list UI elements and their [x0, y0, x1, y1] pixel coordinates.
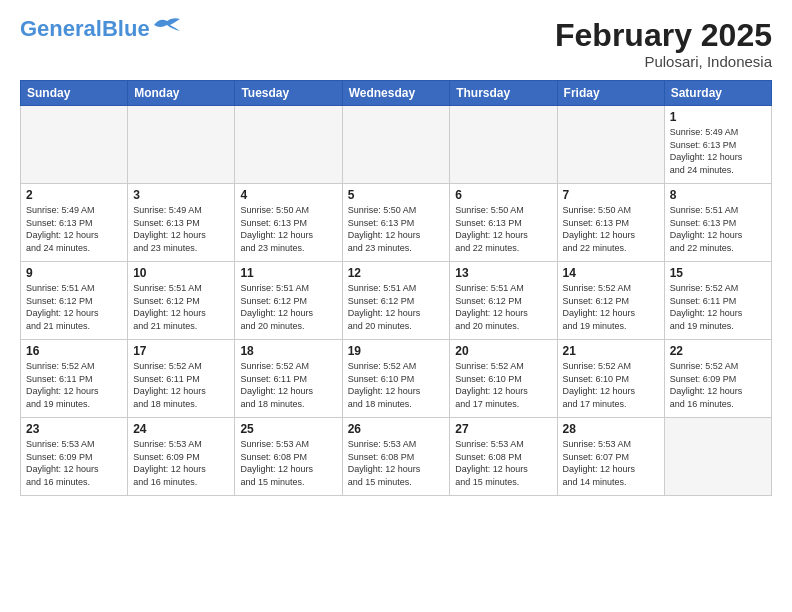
day-number: 1 — [670, 110, 766, 124]
table-row: 3Sunrise: 5:49 AM Sunset: 6:13 PM Daylig… — [128, 184, 235, 262]
day-number: 2 — [26, 188, 122, 202]
table-row: 28Sunrise: 5:53 AM Sunset: 6:07 PM Dayli… — [557, 418, 664, 496]
day-number: 9 — [26, 266, 122, 280]
title-block: February 2025 Pulosari, Indonesia — [555, 18, 772, 70]
table-row: 7Sunrise: 5:50 AM Sunset: 6:13 PM Daylig… — [557, 184, 664, 262]
calendar-week-row: 23Sunrise: 5:53 AM Sunset: 6:09 PM Dayli… — [21, 418, 772, 496]
table-row: 26Sunrise: 5:53 AM Sunset: 6:08 PM Dayli… — [342, 418, 450, 496]
table-row: 10Sunrise: 5:51 AM Sunset: 6:12 PM Dayli… — [128, 262, 235, 340]
table-row: 16Sunrise: 5:52 AM Sunset: 6:11 PM Dayli… — [21, 340, 128, 418]
logo-general: General — [20, 16, 102, 41]
table-row — [128, 106, 235, 184]
day-info: Sunrise: 5:53 AM Sunset: 6:08 PM Dayligh… — [348, 438, 445, 488]
day-info: Sunrise: 5:52 AM Sunset: 6:10 PM Dayligh… — [348, 360, 445, 410]
calendar-week-row: 9Sunrise: 5:51 AM Sunset: 6:12 PM Daylig… — [21, 262, 772, 340]
table-row: 12Sunrise: 5:51 AM Sunset: 6:12 PM Dayli… — [342, 262, 450, 340]
table-row — [21, 106, 128, 184]
day-number: 25 — [240, 422, 336, 436]
table-row: 9Sunrise: 5:51 AM Sunset: 6:12 PM Daylig… — [21, 262, 128, 340]
table-row: 22Sunrise: 5:52 AM Sunset: 6:09 PM Dayli… — [664, 340, 771, 418]
table-row: 11Sunrise: 5:51 AM Sunset: 6:12 PM Dayli… — [235, 262, 342, 340]
day-info: Sunrise: 5:53 AM Sunset: 6:07 PM Dayligh… — [563, 438, 659, 488]
day-info: Sunrise: 5:51 AM Sunset: 6:13 PM Dayligh… — [670, 204, 766, 254]
day-number: 11 — [240, 266, 336, 280]
table-row — [450, 106, 557, 184]
day-number: 27 — [455, 422, 551, 436]
col-thursday: Thursday — [450, 81, 557, 106]
day-number: 5 — [348, 188, 445, 202]
day-info: Sunrise: 5:51 AM Sunset: 6:12 PM Dayligh… — [133, 282, 229, 332]
col-friday: Friday — [557, 81, 664, 106]
table-row: 2Sunrise: 5:49 AM Sunset: 6:13 PM Daylig… — [21, 184, 128, 262]
table-row — [235, 106, 342, 184]
day-number: 17 — [133, 344, 229, 358]
calendar-week-row: 16Sunrise: 5:52 AM Sunset: 6:11 PM Dayli… — [21, 340, 772, 418]
table-row: 14Sunrise: 5:52 AM Sunset: 6:12 PM Dayli… — [557, 262, 664, 340]
logo-bird-icon — [152, 15, 182, 35]
day-info: Sunrise: 5:49 AM Sunset: 6:13 PM Dayligh… — [670, 126, 766, 176]
day-number: 21 — [563, 344, 659, 358]
day-info: Sunrise: 5:52 AM Sunset: 6:11 PM Dayligh… — [26, 360, 122, 410]
day-info: Sunrise: 5:53 AM Sunset: 6:09 PM Dayligh… — [26, 438, 122, 488]
day-info: Sunrise: 5:53 AM Sunset: 6:09 PM Dayligh… — [133, 438, 229, 488]
page: GeneralBlue February 2025 Pulosari, Indo… — [0, 0, 792, 506]
day-info: Sunrise: 5:52 AM Sunset: 6:11 PM Dayligh… — [670, 282, 766, 332]
day-info: Sunrise: 5:50 AM Sunset: 6:13 PM Dayligh… — [240, 204, 336, 254]
day-number: 24 — [133, 422, 229, 436]
day-number: 6 — [455, 188, 551, 202]
day-info: Sunrise: 5:51 AM Sunset: 6:12 PM Dayligh… — [348, 282, 445, 332]
day-info: Sunrise: 5:51 AM Sunset: 6:12 PM Dayligh… — [455, 282, 551, 332]
logo-text: GeneralBlue — [20, 18, 150, 40]
table-row: 13Sunrise: 5:51 AM Sunset: 6:12 PM Dayli… — [450, 262, 557, 340]
day-number: 16 — [26, 344, 122, 358]
day-info: Sunrise: 5:49 AM Sunset: 6:13 PM Dayligh… — [133, 204, 229, 254]
table-row — [557, 106, 664, 184]
day-info: Sunrise: 5:52 AM Sunset: 6:11 PM Dayligh… — [240, 360, 336, 410]
day-info: Sunrise: 5:52 AM Sunset: 6:09 PM Dayligh… — [670, 360, 766, 410]
day-info: Sunrise: 5:51 AM Sunset: 6:12 PM Dayligh… — [26, 282, 122, 332]
col-wednesday: Wednesday — [342, 81, 450, 106]
day-number: 28 — [563, 422, 659, 436]
day-info: Sunrise: 5:50 AM Sunset: 6:13 PM Dayligh… — [563, 204, 659, 254]
day-number: 26 — [348, 422, 445, 436]
day-info: Sunrise: 5:52 AM Sunset: 6:11 PM Dayligh… — [133, 360, 229, 410]
table-row: 21Sunrise: 5:52 AM Sunset: 6:10 PM Dayli… — [557, 340, 664, 418]
month-title: February 2025 — [555, 18, 772, 53]
calendar-week-row: 2Sunrise: 5:49 AM Sunset: 6:13 PM Daylig… — [21, 184, 772, 262]
day-number: 20 — [455, 344, 551, 358]
logo: GeneralBlue — [20, 18, 182, 40]
day-info: Sunrise: 5:51 AM Sunset: 6:12 PM Dayligh… — [240, 282, 336, 332]
table-row: 6Sunrise: 5:50 AM Sunset: 6:13 PM Daylig… — [450, 184, 557, 262]
day-info: Sunrise: 5:53 AM Sunset: 6:08 PM Dayligh… — [240, 438, 336, 488]
calendar-table: Sunday Monday Tuesday Wednesday Thursday… — [20, 80, 772, 496]
day-number: 3 — [133, 188, 229, 202]
day-info: Sunrise: 5:50 AM Sunset: 6:13 PM Dayligh… — [455, 204, 551, 254]
day-number: 4 — [240, 188, 336, 202]
day-number: 19 — [348, 344, 445, 358]
col-tuesday: Tuesday — [235, 81, 342, 106]
day-number: 18 — [240, 344, 336, 358]
calendar-week-row: 1Sunrise: 5:49 AM Sunset: 6:13 PM Daylig… — [21, 106, 772, 184]
col-monday: Monday — [128, 81, 235, 106]
table-row: 19Sunrise: 5:52 AM Sunset: 6:10 PM Dayli… — [342, 340, 450, 418]
day-info: Sunrise: 5:50 AM Sunset: 6:13 PM Dayligh… — [348, 204, 445, 254]
day-number: 10 — [133, 266, 229, 280]
table-row: 15Sunrise: 5:52 AM Sunset: 6:11 PM Dayli… — [664, 262, 771, 340]
logo-blue: Blue — [102, 16, 150, 41]
day-info: Sunrise: 5:52 AM Sunset: 6:12 PM Dayligh… — [563, 282, 659, 332]
day-number: 7 — [563, 188, 659, 202]
day-number: 22 — [670, 344, 766, 358]
day-number: 12 — [348, 266, 445, 280]
table-row: 4Sunrise: 5:50 AM Sunset: 6:13 PM Daylig… — [235, 184, 342, 262]
table-row: 1Sunrise: 5:49 AM Sunset: 6:13 PM Daylig… — [664, 106, 771, 184]
table-row: 8Sunrise: 5:51 AM Sunset: 6:13 PM Daylig… — [664, 184, 771, 262]
table-row: 20Sunrise: 5:52 AM Sunset: 6:10 PM Dayli… — [450, 340, 557, 418]
day-info: Sunrise: 5:52 AM Sunset: 6:10 PM Dayligh… — [563, 360, 659, 410]
header: GeneralBlue February 2025 Pulosari, Indo… — [20, 18, 772, 70]
day-number: 13 — [455, 266, 551, 280]
col-saturday: Saturday — [664, 81, 771, 106]
table-row — [664, 418, 771, 496]
table-row: 24Sunrise: 5:53 AM Sunset: 6:09 PM Dayli… — [128, 418, 235, 496]
table-row: 23Sunrise: 5:53 AM Sunset: 6:09 PM Dayli… — [21, 418, 128, 496]
day-number: 23 — [26, 422, 122, 436]
